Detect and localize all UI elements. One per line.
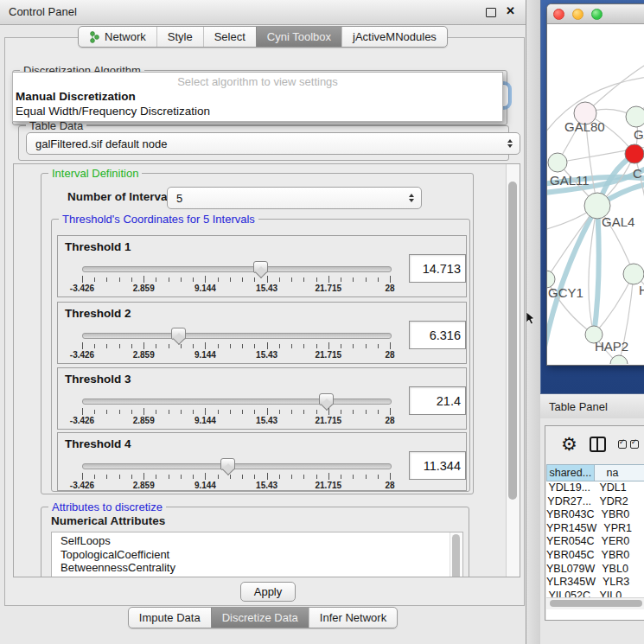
- cell-shared-name[interactable]: YBR043C: [546, 508, 595, 522]
- apply-button[interactable]: Apply: [240, 582, 296, 602]
- network-node-gal11[interactable]: [548, 153, 567, 172]
- dropdown-option-manual[interactable]: Manual Discretization: [13, 89, 502, 104]
- tab-label: Impute Data: [139, 611, 201, 624]
- table-row[interactable]: YDR27...YDR2: [546, 495, 644, 509]
- attribute-list-item[interactable]: TopologicalCoefficient: [61, 548, 462, 562]
- close-icon[interactable]: ✕: [506, 4, 515, 17]
- network-edge[interactable]: [594, 206, 599, 335]
- network-node-unlabeled[interactable]: [610, 355, 628, 364]
- node-label: C: [633, 166, 642, 181]
- cell-name[interactable]: YDR2: [592, 495, 644, 509]
- network-view-window: GAL80GACGAL11GAL4GCY1HHAP2: [546, 3, 644, 366]
- attribute-list-item[interactable]: BetweennessCentrality: [61, 561, 462, 575]
- network-node-c[interactable]: [625, 144, 644, 163]
- tick-label: 15.43: [256, 350, 277, 360]
- tab-cyni-toolbox[interactable]: Cyni Toolbox: [256, 27, 341, 47]
- threshold-value-field[interactable]: 6.316: [409, 321, 466, 349]
- network-node-ga[interactable]: [626, 106, 644, 127]
- table-panel-title: Table Panel: [549, 400, 608, 413]
- zoom-traffic-light-icon[interactable]: [591, 9, 603, 20]
- cell-shared-name[interactable]: YBL079W: [546, 563, 595, 577]
- checkbox-icon[interactable]: [618, 440, 627, 449]
- attributes-list-scrollbar[interactable]: [450, 532, 462, 577]
- threshold-slider-track[interactable]: [82, 399, 392, 405]
- slider-tick-labels: -3.4262.8599.14415.4321.71528: [82, 416, 390, 425]
- tab-style[interactable]: Style: [156, 27, 203, 47]
- cell-name[interactable]: YPR1: [596, 522, 644, 536]
- dropdown-option-equal-width[interactable]: Equal Width/Frequency Discretization: [13, 104, 502, 118]
- cell-shared-name[interactable]: YER054C: [546, 535, 595, 549]
- table-horizontal-scrollbar[interactable]: [546, 597, 644, 609]
- table-row[interactable]: YBR043CYBR0: [546, 508, 644, 522]
- threshold-slider-handle[interactable]: [253, 261, 268, 273]
- threshold-value-field[interactable]: 14.713: [409, 254, 466, 283]
- network-icon: [89, 31, 100, 43]
- table-row[interactable]: YBR045CYBR0: [546, 549, 644, 563]
- mouse-cursor: [526, 312, 536, 325]
- minimize-traffic-light-icon[interactable]: [572, 9, 583, 20]
- screenshot-root: Control Panel ✕ NetworkStyleSelectCyni T…: [0, 0, 644, 644]
- tick-label: 28: [385, 350, 394, 360]
- tick-label: 28: [385, 416, 394, 425]
- cell-name[interactable]: YBL0: [595, 563, 644, 577]
- bottom-tab-impute-data[interactable]: Impute Data: [129, 608, 211, 628]
- cell-name[interactable]: YBR0: [595, 508, 644, 522]
- select-columns-checkboxes-icon[interactable]: [618, 440, 639, 449]
- cell-shared-name[interactable]: YBR045C: [546, 549, 595, 563]
- threshold-slider-handle[interactable]: [220, 458, 235, 470]
- cell-name[interactable]: YBR0: [595, 549, 644, 563]
- attribute-list-item[interactable]: SelfLoops: [61, 534, 462, 548]
- table-row[interactable]: YPR145WYPR1: [546, 522, 644, 536]
- table-data-combobox[interactable]: galFiltered.sif default node: [26, 132, 520, 155]
- tab-select[interactable]: Select: [203, 27, 256, 47]
- threshold-slider-handle[interactable]: [171, 328, 186, 340]
- cell-name[interactable]: YER0: [595, 535, 644, 549]
- settings-gear-icon[interactable]: ⚙: [561, 436, 577, 454]
- bottom-tab-infer-network[interactable]: Infer Network: [309, 608, 397, 628]
- top-tab-bar: NetworkStyleSelectCyni ToolboxjActiveMNo…: [0, 26, 526, 48]
- tick-label: 21.715: [316, 350, 342, 360]
- thresholds-group-title: Threshold's Coordinates for 5 Intervals: [59, 213, 258, 226]
- scrollbar-thumb[interactable]: [550, 600, 642, 607]
- tab-jactivemnodules[interactable]: jActiveMNodules: [341, 27, 447, 47]
- tick-label: 15.43: [256, 416, 277, 425]
- float-window-icon[interactable]: [486, 8, 496, 17]
- split-columns-icon[interactable]: [590, 437, 606, 452]
- threshold-value-field[interactable]: 11.344: [409, 451, 466, 480]
- table-row[interactable]: YDL19...YDL1: [546, 481, 644, 495]
- scrollbar-thumb[interactable]: [452, 534, 460, 577]
- scrollbar-thumb[interactable]: [508, 182, 517, 500]
- network-edge[interactable]: [585, 59, 644, 113]
- threshold-value-field[interactable]: 21.4: [409, 386, 466, 415]
- threshold-slider-track[interactable]: [82, 463, 392, 469]
- threshold-slider-track[interactable]: [82, 333, 392, 339]
- column-header-shared-name[interactable]: shared...: [546, 464, 595, 481]
- tick-label: 15.43: [256, 284, 277, 293]
- settings-vertical-scrollbar[interactable]: [506, 164, 520, 577]
- table-row[interactable]: YBL079WYBL0: [546, 563, 644, 577]
- network-canvas[interactable]: GAL80GACGAL11GAL4GCY1HHAP2: [547, 24, 644, 364]
- network-window-titlebar: [547, 4, 644, 24]
- threshold-slider-track[interactable]: [82, 266, 392, 272]
- numerical-attributes-list[interactable]: SelfLoopsTopologicalCoefficientBetweenne…: [51, 532, 463, 577]
- network-node-h[interactable]: [623, 264, 644, 284]
- cell-name[interactable]: YDL1: [592, 481, 644, 495]
- node-table: shared... na YDL19...YDL1YDR27...YDR2YBR…: [546, 464, 644, 620]
- slider-ticks: [82, 408, 390, 416]
- tab-network[interactable]: Network: [79, 27, 156, 47]
- number-of-intervals-combobox[interactable]: 5: [167, 187, 422, 209]
- threshold-label: Threshold 3: [65, 373, 131, 386]
- close-traffic-light-icon[interactable]: [553, 9, 564, 20]
- top-tab-group: NetworkStyleSelectCyni ToolboxjActiveMNo…: [78, 26, 448, 48]
- bottom-tab-discretize-data[interactable]: Discretize Data: [211, 608, 309, 628]
- checkbox-icon[interactable]: [630, 440, 639, 449]
- cell-shared-name[interactable]: YPR145W: [546, 522, 596, 536]
- table-row[interactable]: YLR345WYLR3: [546, 576, 644, 590]
- cell-name[interactable]: YLR3: [596, 576, 644, 590]
- cell-shared-name[interactable]: YLR345W: [546, 576, 596, 590]
- cell-shared-name[interactable]: YDR27...: [546, 495, 592, 509]
- table-row[interactable]: YER054CYER0: [546, 535, 644, 549]
- column-header-name[interactable]: na: [595, 464, 644, 481]
- threshold-slider-handle[interactable]: [319, 393, 334, 405]
- cell-shared-name[interactable]: YDL19...: [546, 481, 592, 495]
